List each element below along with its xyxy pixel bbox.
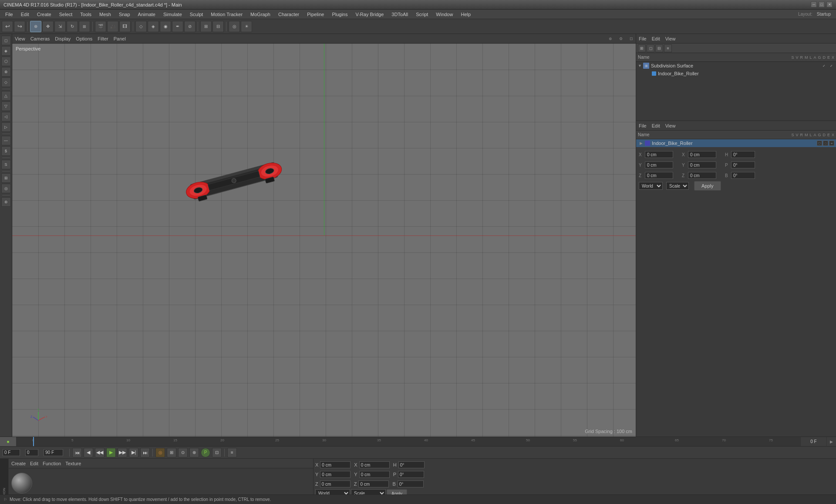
texture-button[interactable]: ◈	[148, 21, 159, 32]
transport-forward-btn[interactable]: ▶▶	[118, 448, 127, 457]
obj-tool-3[interactable]: ⊟	[655, 44, 663, 52]
camera-button[interactable]: ◎	[229, 21, 240, 32]
obj-row-subdivision[interactable]: ▼ ⊞ Subdivision Surface ✓ ✓	[636, 62, 836, 70]
menu-snap[interactable]: Snap	[115, 11, 134, 18]
mat-menu-function[interactable]: Function	[43, 461, 61, 466]
menu-window[interactable]: Window	[432, 11, 456, 18]
apply-button[interactable]: Apply	[694, 181, 721, 191]
left-tool-10[interactable]: —	[1, 136, 11, 145]
live-selection-button[interactable]: ⊕	[30, 21, 41, 32]
left-tool-13[interactable]: ⊞	[1, 173, 11, 183]
transport-last-btn[interactable]: ⏭	[140, 448, 150, 457]
menu-script[interactable]: Script	[412, 11, 431, 18]
attr-sx-input[interactable]	[688, 151, 716, 158]
menu-select[interactable]: Select	[56, 11, 76, 18]
timeline-track[interactable]: 0 5 10 15 20 25 30 35 40 45 50 55 60 65 …	[17, 437, 800, 446]
scene-menu-file[interactable]: File	[639, 123, 647, 128]
scene-menu-view[interactable]: View	[665, 123, 676, 128]
scene-obj-icon-3[interactable]: ≡	[829, 141, 834, 146]
attr-h-input[interactable]	[731, 151, 755, 158]
vp-menu-display[interactable]: Display	[55, 36, 71, 41]
transport-mode-2[interactable]: ⊞	[167, 448, 176, 457]
redo-button[interactable]: ↪	[14, 21, 25, 32]
coord-b-field[interactable]	[398, 480, 424, 487]
attr-z-input[interactable]	[645, 172, 673, 179]
transport-clip-btn[interactable]: ≡	[227, 448, 237, 457]
undo-button[interactable]: ↩	[2, 21, 13, 32]
obj-row-bike-roller[interactable]: Indoor_Bike_Roller	[636, 70, 836, 77]
menu-help[interactable]: Help	[457, 11, 474, 18]
obj-menu-view[interactable]: View	[665, 36, 676, 41]
render-settings-button[interactable]: 🎞	[119, 21, 131, 32]
mat-menu-texture[interactable]: Texture	[65, 461, 81, 466]
left-tool-14[interactable]: ◎	[1, 184, 11, 193]
attr-b-input[interactable]	[731, 172, 755, 179]
left-tool-3[interactable]: ⬡	[1, 57, 11, 66]
menu-edit[interactable]: Edit	[17, 11, 33, 18]
brush-button[interactable]: ◉	[160, 21, 171, 32]
pen-button[interactable]: ✒	[172, 21, 183, 32]
viewport[interactable]: View Cameras Display Options Filter Pane…	[12, 34, 636, 437]
menu-vraybridge[interactable]: V-Ray Bridge	[352, 11, 387, 18]
transport-frame-input[interactable]	[3, 449, 20, 456]
maximize-button[interactable]: □	[819, 1, 825, 7]
object-mode-button[interactable]: ◇	[135, 21, 147, 32]
grid-button[interactable]: ⊟	[212, 21, 224, 32]
coord-sy-field[interactable]	[359, 471, 390, 478]
scene-row-bike-roller[interactable]: ▶ Indoor_Bike_Roller ◻ □ ≡	[636, 139, 836, 147]
menu-animate[interactable]: Animate	[135, 11, 159, 18]
coord-h-field[interactable]	[398, 461, 425, 468]
left-tool-8[interactable]: ◁	[1, 112, 11, 121]
attr-world-select[interactable]: World Object	[639, 182, 663, 190]
transport-play-btn[interactable]: ▶	[106, 448, 116, 457]
attr-p-input[interactable]	[731, 161, 755, 168]
menu-mesh[interactable]: Mesh	[96, 11, 115, 18]
timeline-expand-btn[interactable]: ▶	[826, 437, 836, 446]
menu-pipeline[interactable]: Pipeline	[303, 11, 327, 18]
obj-check2[interactable]: ✓	[828, 63, 834, 69]
transport-mode-4[interactable]: ⊛	[189, 448, 199, 457]
menu-3dtoall[interactable]: 3DToAll	[388, 11, 411, 18]
left-tool-15[interactable]: ⊛	[1, 197, 11, 207]
vp-menu-view[interactable]: View	[15, 36, 25, 41]
transport-end-input[interactable]	[44, 449, 63, 456]
vp-menu-filter[interactable]: Filter	[98, 36, 108, 41]
coord-y-field[interactable]	[320, 471, 351, 478]
close-button[interactable]: ✕	[826, 1, 833, 7]
coord-sz-field[interactable]	[358, 480, 389, 487]
menu-plugins[interactable]: Plugins	[328, 11, 351, 18]
transport-mode-1[interactable]: ◎	[155, 448, 165, 457]
vp-fullscreen-icon[interactable]: ⊡	[630, 37, 633, 41]
left-tool-6[interactable]: △	[1, 91, 11, 101]
attr-scale-select[interactable]: Scale Size	[666, 182, 689, 190]
attr-sz-input[interactable]	[688, 172, 716, 179]
mat-menu-create[interactable]: Create	[11, 461, 26, 466]
menu-sculpt[interactable]: Sculpt	[186, 11, 207, 18]
transport-rewind-btn[interactable]: ◀◀	[95, 448, 104, 457]
coord-p-field[interactable]	[398, 471, 424, 478]
transport-prev-btn[interactable]: ◀	[84, 448, 93, 457]
vp-menu-options[interactable]: Options	[76, 36, 92, 41]
minimize-button[interactable]: ─	[811, 1, 817, 7]
knife-button[interactable]: ⊘	[184, 21, 196, 32]
obj-tool-2[interactable]: ◻	[647, 44, 654, 52]
left-tool-1[interactable]: ◻	[1, 36, 11, 45]
coord-sx-field[interactable]	[359, 461, 390, 468]
transport-mode-3[interactable]: ⊙	[178, 448, 188, 457]
left-tool-12[interactable]: S	[1, 160, 11, 169]
transport-mode-6[interactable]: ⊡	[212, 448, 222, 457]
left-tool-9[interactable]: ▷	[1, 122, 11, 132]
transform-button[interactable]: ⊞	[79, 21, 90, 32]
left-tool-2[interactable]: ◈	[1, 46, 11, 56]
obj-check1[interactable]: ✓	[821, 63, 827, 69]
scale-tool-button[interactable]: ⇲	[54, 21, 66, 32]
coord-z-field[interactable]	[320, 480, 351, 487]
attr-sy-input[interactable]	[688, 161, 716, 168]
rotate-tool-button[interactable]: ↻	[67, 21, 78, 32]
scene-obj-icon-2[interactable]: □	[823, 141, 828, 146]
render-view-button[interactable]: 🎥	[107, 21, 118, 32]
transport-first-btn[interactable]: ⏮	[72, 448, 82, 457]
obj-tool-1[interactable]: ⊞	[638, 44, 646, 52]
menu-motiontracker[interactable]: Motion Tracker	[207, 11, 246, 18]
menu-file[interactable]: File	[2, 11, 17, 18]
